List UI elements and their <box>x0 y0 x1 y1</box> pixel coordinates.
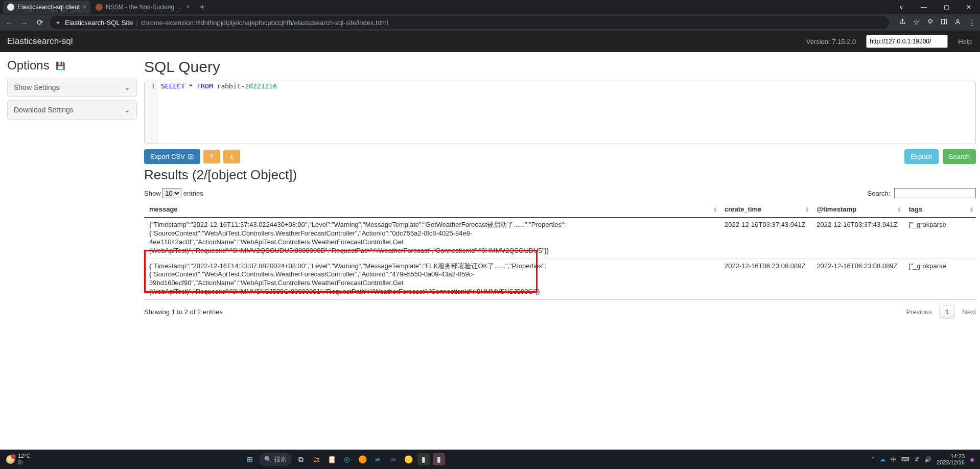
filter-control: Search: <box>868 188 976 198</box>
expand-button[interactable] <box>223 150 240 163</box>
svg-point-1 <box>956 19 959 21</box>
cell-tags: ["_grokparse <box>903 259 976 299</box>
options-heading: Options 💾 <box>7 58 137 73</box>
cell-tags: ["_grokparse <box>903 218 976 259</box>
panel-download-settings[interactable]: Download Settings ⌄ <box>7 100 137 120</box>
results-heading: Results (2/[object Object]) <box>144 167 976 183</box>
profile-icon[interactable] <box>954 18 961 27</box>
search-label: Search: <box>868 190 891 197</box>
panel-show-settings[interactable]: Show Settings ⌄ <box>7 78 137 97</box>
search-input[interactable] <box>894 188 976 198</box>
results-table: message▲▼ create_time▲▼ @timestamp▲▼ tag… <box>144 201 976 299</box>
version-label: Version: 7.15.2.0 <box>806 38 856 45</box>
page-1-button[interactable]: 1 <box>939 305 955 319</box>
chevron-down-icon: ⌄ <box>124 106 130 114</box>
minimize-button[interactable]: — <box>913 0 935 14</box>
sort-icon: ▲▼ <box>969 206 974 213</box>
tab-strip: Elasticsearch-sql client × NSSM - the No… <box>0 0 980 14</box>
sql-query-heading: SQL Query <box>144 58 976 76</box>
cell-create-time: 2022-12-16T03:37:43.941Z <box>719 218 811 259</box>
tab-title: NSSM - the Non-Sucking Serv <box>106 4 183 11</box>
extensions-icon[interactable] <box>927 18 934 27</box>
table-info: Showing 1 to 2 of 2 entries <box>144 308 223 316</box>
tab-close-icon[interactable]: × <box>186 4 190 11</box>
help-link[interactable]: Help <box>958 38 972 45</box>
favicon-icon <box>96 4 103 11</box>
sidebar: Options 💾 Show Settings ⌄ Download Setti… <box>0 52 144 329</box>
close-window-button[interactable]: ✕ <box>958 0 980 14</box>
reload-button[interactable]: ⟳ <box>35 18 45 27</box>
address-bar: ← → ⟳ ✦ Elasticsearch-SQL Site | chrome-… <box>0 14 980 31</box>
collapse-button[interactable] <box>203 150 220 163</box>
pagination: Previous 1 Next <box>906 305 976 319</box>
sidepanel-icon[interactable] <box>941 18 947 27</box>
tab-title: Elasticsearch-sql client <box>17 4 80 11</box>
col-timestamp[interactable]: @timestamp▲▼ <box>811 201 903 218</box>
line-gutter: 1 <box>145 81 158 144</box>
datatable-bottom: Showing 1 to 2 of 2 entries Previous 1 N… <box>144 305 976 319</box>
tab-active[interactable]: Elasticsearch-sql client × <box>3 1 90 14</box>
cell-create-time: 2022-12-16T06:23:08.089Z <box>719 259 811 299</box>
sort-icon: ▲▼ <box>805 206 809 213</box>
url-site: Elasticsearch-SQL Site <box>65 19 133 27</box>
next-button[interactable]: Next <box>962 308 976 316</box>
col-tags[interactable]: tags▲▼ <box>903 201 976 218</box>
menu-icon[interactable]: ⋮ <box>968 18 976 27</box>
maximize-button[interactable]: ▢ <box>935 0 958 14</box>
col-message[interactable]: message▲▼ <box>144 201 719 218</box>
explain-button[interactable]: Explain <box>904 149 939 164</box>
window-controls: — ▢ ✕ <box>890 0 980 14</box>
main-pane: SQL Query 1 SELECT * FROM rabbit-2022121… <box>144 52 980 329</box>
app-header: Elasticsearch-sql Version: 7.15.2.0 Help <box>0 31 980 52</box>
favicon-icon <box>7 4 14 11</box>
new-tab-button[interactable]: + <box>195 3 209 12</box>
app-title: Elasticsearch-sql <box>7 36 73 46</box>
table-row: {"Timestamp":"2022-12-16T14:23:07.882002… <box>144 259 976 299</box>
es-url-input[interactable] <box>866 35 948 48</box>
forward-button[interactable]: → <box>19 18 30 27</box>
cell-message: {"Timestamp":"2022-12-16T14:23:07.882002… <box>144 259 719 299</box>
sort-icon: ▲▼ <box>897 206 902 213</box>
cell-timestamp: 2022-12-16T03:37:43.941Z <box>811 218 903 259</box>
table-wrap[interactable]: message▲▼ create_time▲▼ @timestamp▲▼ tag… <box>144 201 976 300</box>
tab-close-icon[interactable]: × <box>83 4 86 11</box>
previous-button[interactable]: Previous <box>906 308 932 316</box>
chevron-down-icon: ⌄ <box>124 83 130 91</box>
sort-icon: ▲▼ <box>713 206 717 213</box>
search-button[interactable]: Search <box>943 149 976 164</box>
browser-chrome: Elasticsearch-sql client × NSSM - the No… <box>0 0 980 31</box>
sql-editor[interactable]: 1 SELECT * FROM rabbit-20221216 <box>144 81 976 144</box>
tabs-dropdown-icon[interactable] <box>890 0 913 14</box>
cell-message: {"Timestamp":"2022-12-16T11:37:43.022443… <box>144 218 719 259</box>
url-rest: chrome-extension://ldnlhnpjdipljeicnajep… <box>141 19 388 27</box>
table-row: {"Timestamp":"2022-12-16T11:37:43.022443… <box>144 218 976 259</box>
button-row: Export CSV Explain Search <box>144 149 976 164</box>
svg-rect-0 <box>942 19 947 24</box>
length-control: Show 10 entries <box>144 188 203 198</box>
panel-title: Download Settings <box>14 106 74 114</box>
share-icon[interactable] <box>899 18 906 27</box>
col-create-time[interactable]: create_time▲▼ <box>719 201 811 218</box>
export-csv-button[interactable]: Export CSV <box>144 149 200 164</box>
length-select[interactable]: 10 <box>162 188 181 198</box>
bookmark-icon[interactable]: ☆ <box>913 18 920 27</box>
cell-timestamp: 2022-12-16T06:23:08.089Z <box>811 259 903 299</box>
sql-code: SELECT * FROM rabbit-20221216 <box>145 81 975 90</box>
tab-inactive[interactable]: NSSM - the Non-Sucking Serv × <box>91 1 194 14</box>
save-icon[interactable]: 💾 <box>56 61 65 70</box>
extension-icon: ✦ <box>55 19 61 27</box>
back-button[interactable]: ← <box>4 18 14 27</box>
datatable-top: Show 10 entries Search: <box>144 188 976 198</box>
url-box[interactable]: ✦ Elasticsearch-SQL Site | chrome-extens… <box>50 16 889 29</box>
panel-title: Show Settings <box>14 83 60 91</box>
